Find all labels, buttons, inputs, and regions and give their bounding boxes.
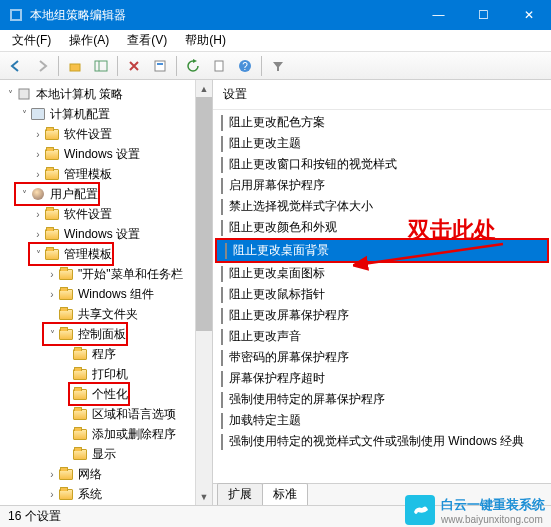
tree-computer-config[interactable]: ˅ 计算机配置 [0, 104, 212, 124]
menu-view[interactable]: 查看(V) [119, 30, 175, 51]
expand-icon[interactable]: › [46, 269, 58, 280]
filter-button[interactable] [266, 54, 290, 78]
list-item[interactable]: 加载特定主题 [213, 410, 551, 431]
scroll-up-icon[interactable]: ▲ [196, 80, 212, 97]
collapse-icon[interactable]: ˅ [46, 329, 58, 340]
folder-icon [58, 306, 74, 322]
list-item[interactable]: 阻止更改颜色和外观 [213, 217, 551, 238]
tree-uc-templates[interactable]: ˅ 管理模板 [30, 244, 112, 264]
tree-user-config[interactable]: ˅ 用户配置 [16, 184, 98, 204]
tree-label: 系统 [78, 486, 102, 503]
tree-add-remove[interactable]: 添加或删除程序 [0, 424, 212, 444]
close-button[interactable]: ✕ [506, 0, 551, 30]
tree-label: 管理模板 [64, 246, 112, 263]
computer-icon [30, 106, 46, 122]
tree-cc-windows[interactable]: › Windows 设置 [0, 144, 212, 164]
menu-help[interactable]: 帮助(H) [177, 30, 234, 51]
tree-start-taskbar[interactable]: › "开始"菜单和任务栏 [0, 264, 212, 284]
tree-label: 本地计算机 策略 [36, 86, 123, 103]
tree-region-lang[interactable]: 区域和语言选项 [0, 404, 212, 424]
tree-label: Windows 组件 [78, 286, 154, 303]
collapse-icon[interactable]: ˅ [18, 109, 30, 120]
tree-windows-components[interactable]: › Windows 组件 [0, 284, 212, 304]
tab-standard[interactable]: 标准 [262, 483, 308, 505]
expand-icon[interactable]: › [46, 289, 58, 300]
expand-icon[interactable]: › [32, 149, 44, 160]
collapse-icon[interactable]: ˅ [18, 189, 30, 200]
list-item-label: 屏幕保护程序超时 [229, 370, 325, 387]
policy-icon [16, 86, 32, 102]
tree-cc-software[interactable]: › 软件设置 [0, 124, 212, 144]
list-item[interactable]: 禁止选择视觉样式字体大小 [213, 196, 551, 217]
list-item[interactable]: 强制使用特定的视觉样式文件或强制使用 Windows 经典 [213, 431, 551, 452]
list-item[interactable]: 阻止更改屏幕保护程序 [213, 305, 551, 326]
scrollbar-thumb[interactable] [196, 97, 212, 331]
list-item[interactable]: 强制使用特定的屏幕保护程序 [213, 389, 551, 410]
expand-icon[interactable]: › [32, 229, 44, 240]
menu-file[interactable]: 文件(F) [4, 30, 59, 51]
tree-label: 个性化 [92, 386, 128, 403]
tree-display[interactable]: 显示 [0, 444, 212, 464]
tree-personalization[interactable]: 个性化 [70, 384, 128, 404]
settings-list: 阻止更改配色方案阻止更改主题阻止更改窗口和按钮的视觉样式启用屏幕保护程序禁止选择… [213, 110, 551, 483]
scroll-down-icon[interactable]: ▼ [196, 488, 212, 505]
list-item-label: 阻止更改屏幕保护程序 [229, 307, 349, 324]
export-button[interactable] [207, 54, 231, 78]
expand-icon[interactable]: › [32, 169, 44, 180]
list-item[interactable]: 带密码的屏幕保护程序 [213, 347, 551, 368]
list-item[interactable]: 屏幕保护程序超时 [213, 368, 551, 389]
tree-uc-windows[interactable]: › Windows 设置 [0, 224, 212, 244]
tree-cc-templates[interactable]: › 管理模板 [0, 164, 212, 184]
list-item[interactable]: 阻止更改声音 [213, 326, 551, 347]
tree-scrollbar[interactable]: ▲ ▼ [195, 80, 212, 505]
maximize-button[interactable]: ☐ [461, 0, 506, 30]
tree-printers[interactable]: 打印机 [0, 364, 212, 384]
collapse-icon[interactable]: ˅ [32, 249, 44, 260]
tree-network[interactable]: › 网络 [0, 464, 212, 484]
folder-icon [44, 126, 60, 142]
folder-icon [58, 286, 74, 302]
minimize-button[interactable]: — [416, 0, 461, 30]
tree-shared-folders[interactable]: 共享文件夹 [0, 304, 212, 324]
refresh-button[interactable] [181, 54, 205, 78]
back-button[interactable] [4, 54, 28, 78]
show-hide-tree-button[interactable] [89, 54, 113, 78]
delete-button[interactable] [122, 54, 146, 78]
expand-icon[interactable]: › [46, 469, 58, 480]
folder-icon [72, 406, 88, 422]
list-item[interactable]: 阻止更改桌面图标 [213, 263, 551, 284]
properties-button[interactable] [148, 54, 172, 78]
column-header-setting[interactable]: 设置 [213, 80, 551, 110]
list-item[interactable]: 阻止更改窗口和按钮的视觉样式 [213, 154, 551, 175]
tree-root[interactable]: ˅ 本地计算机 策略 [0, 84, 212, 104]
folder-icon [58, 486, 74, 502]
tree-system[interactable]: › 系统 [0, 484, 212, 504]
tree-programs[interactable]: 程序 [0, 344, 212, 364]
list-item[interactable]: 阻止更改鼠标指针 [213, 284, 551, 305]
list-item[interactable]: 阻止更改配色方案 [213, 112, 551, 133]
expand-icon[interactable]: › [32, 129, 44, 140]
menu-action[interactable]: 操作(A) [61, 30, 117, 51]
tab-extended[interactable]: 扩展 [217, 483, 263, 505]
svg-rect-2 [70, 64, 80, 71]
list-item-label: 阻止更改窗口和按钮的视觉样式 [229, 156, 397, 173]
tree-control-panel[interactable]: ˅ 控制面板 [44, 324, 126, 344]
help-button[interactable]: ? [233, 54, 257, 78]
list-item-label: 禁止选择视觉样式字体大小 [229, 198, 373, 215]
svg-rect-1 [12, 11, 20, 19]
window-title: 本地组策略编辑器 [30, 7, 126, 24]
list-item[interactable]: 阻止更改主题 [213, 133, 551, 154]
expand-icon[interactable]: › [46, 489, 58, 500]
folder-icon [44, 226, 60, 242]
collapse-icon[interactable]: ˅ [4, 89, 16, 100]
tree-uc-software[interactable]: › 软件设置 [0, 204, 212, 224]
forward-button[interactable] [30, 54, 54, 78]
svg-rect-10 [19, 89, 29, 99]
up-button[interactable] [63, 54, 87, 78]
list-item[interactable]: 阻止更改桌面背景 [217, 240, 547, 261]
expand-icon[interactable]: › [32, 209, 44, 220]
svg-text:?: ? [242, 61, 248, 72]
list-item[interactable]: 启用屏幕保护程序 [213, 175, 551, 196]
tree-label: 用户配置 [50, 186, 98, 203]
watermark: 白云一键重装系统 www.baiyunxitong.com [405, 495, 545, 525]
